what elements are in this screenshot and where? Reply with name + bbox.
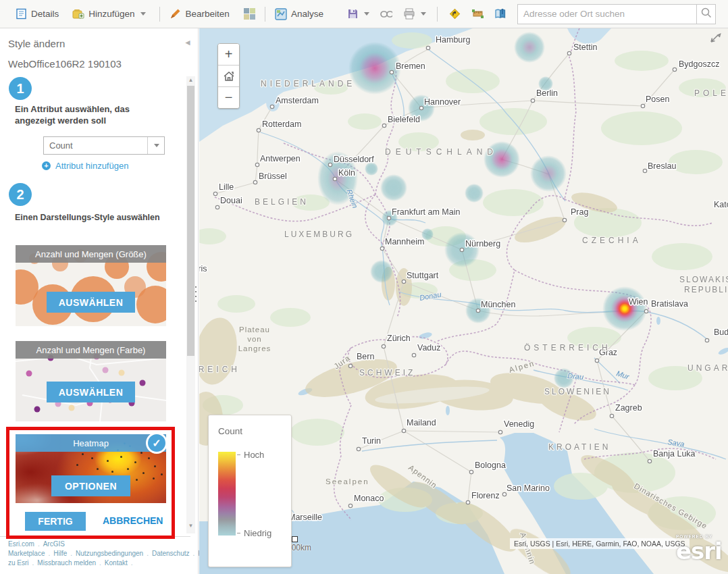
footer-link-separator: . xyxy=(32,559,34,567)
add-button[interactable]: Hinzufügen xyxy=(72,8,145,20)
edit-label: Bearbeiten xyxy=(186,9,230,19)
home-button[interactable] xyxy=(218,66,239,87)
zoom-in-button[interactable]: + xyxy=(218,44,239,66)
city-dot xyxy=(498,430,502,434)
city-dot xyxy=(426,46,430,49)
search-submit-button[interactable] xyxy=(696,5,715,24)
footer-link[interactable]: Datenschutz xyxy=(152,550,190,557)
footer-link[interactable]: Hilfe xyxy=(53,550,67,557)
add-attribute-label: Attribut hinzufügen xyxy=(55,161,128,171)
style-card-color[interactable]: Anzahl und Mengen (Farbe) AUSWÄHLEN xyxy=(16,341,166,421)
selected-check-icon: ✓ xyxy=(146,432,167,454)
city-dot xyxy=(567,51,571,55)
chevron-down-icon xyxy=(154,144,159,147)
city-dot xyxy=(502,492,506,496)
bookmarks-button[interactable] xyxy=(494,8,506,20)
style-card-heatmap[interactable]: Heatmap ✓ OPTIONEN xyxy=(16,434,166,503)
city-dot xyxy=(643,169,646,172)
map-city-label: Brüssel xyxy=(259,172,287,181)
footer-link-separator: . xyxy=(131,559,133,567)
details-button[interactable]: Details xyxy=(15,8,59,20)
map-container[interactable]: HamburgStettinBydgoszczBremenHannoverBer… xyxy=(199,28,728,574)
map-city-label: Hannover xyxy=(424,97,461,107)
size-select-button[interactable]: AUSWÄHLEN xyxy=(47,292,135,313)
map-city-label: Berlin xyxy=(536,88,558,98)
heat-blob xyxy=(370,260,393,283)
city-dot xyxy=(333,177,336,180)
scroll-up-icon[interactable]: ▲ xyxy=(186,76,195,84)
zoom-control: + − xyxy=(217,43,240,109)
done-button[interactable]: FERTIG xyxy=(25,512,86,531)
attribute-select[interactable]: Count xyxy=(43,136,165,155)
search-box xyxy=(517,4,716,24)
footer-link[interactable]: Missbrauch melden xyxy=(37,559,96,567)
map-city-label: Vaduz xyxy=(417,343,441,353)
map-city-label: Nürnberg xyxy=(465,239,500,249)
panel-scrollbar[interactable]: ▲ ▼ xyxy=(186,76,195,533)
map-country-label: LUXEMBURG xyxy=(284,230,354,239)
scrollbar-thumb[interactable] xyxy=(187,86,194,356)
details-icon xyxy=(15,8,27,20)
heatmap-point-dot xyxy=(76,464,78,466)
cancel-button[interactable]: ABBRECHEN xyxy=(103,515,163,526)
city-dot xyxy=(215,205,219,209)
esri-brand-label: esri xyxy=(676,540,722,563)
measure-button[interactable] xyxy=(471,8,484,20)
footer-link[interactable]: Esri.com xyxy=(8,540,34,548)
attribute-select-value: Count xyxy=(44,140,147,151)
city-dot xyxy=(387,216,390,219)
map-city-label: San Marino xyxy=(506,484,550,493)
map-city-label: Mailand xyxy=(407,418,436,427)
map-city-label: Antwerpen xyxy=(260,154,301,163)
style-card-size[interactable]: Anzahl und Mengen (Größe) AUSWÄHLEN xyxy=(16,245,166,326)
city-dot xyxy=(648,459,651,463)
edit-button[interactable]: Bearbeiten xyxy=(170,8,230,20)
select-arrow-zone[interactable] xyxy=(147,137,164,154)
heatmap-point-dot xyxy=(120,456,122,458)
analysis-button[interactable]: Analyse xyxy=(275,8,323,20)
footer-link[interactable]: Kontakt xyxy=(105,559,128,567)
size-card-title: Anzahl und Mengen (Größe) xyxy=(16,245,166,263)
plus-icon: + xyxy=(42,161,51,170)
heat-blob xyxy=(365,162,378,176)
city-dot xyxy=(610,414,613,417)
map-city-label: Bologna xyxy=(475,461,506,470)
footer-link-separator: . xyxy=(38,540,40,548)
basemap-grid-button[interactable] xyxy=(243,8,255,20)
top-toolbar: Details Hinzufügen Bearbeiten Analyse xyxy=(0,0,728,28)
city-dot xyxy=(460,248,463,251)
basemap-grid-icon xyxy=(243,8,255,20)
add-attribute-link[interactable]: + Attribut hinzufügen xyxy=(42,161,128,171)
heatmap-point-dot xyxy=(107,460,109,462)
city-dot xyxy=(328,163,332,166)
color-select-button[interactable]: AUSWÄHLEN xyxy=(47,382,135,402)
map-country-label: BELGIEN xyxy=(255,197,309,207)
zoom-out-button[interactable]: − xyxy=(218,87,239,108)
map-city-label: Katowice xyxy=(714,200,728,209)
map-city-label: Mannheim xyxy=(385,237,424,246)
map-city-label: Stuttgart xyxy=(407,271,439,280)
city-dot xyxy=(563,218,566,221)
heat-blob xyxy=(380,174,407,201)
heatmap-legend: Count Hoch Niedrig xyxy=(208,415,292,567)
scroll-down-icon[interactable]: ▼ xyxy=(186,522,195,530)
panel-collapse-icon[interactable]: ◄ xyxy=(184,38,192,47)
map-country-label: SCHWEIZ xyxy=(359,368,415,377)
save-caret-icon xyxy=(364,12,369,16)
heatmap-point-dot xyxy=(134,461,136,463)
city-dot xyxy=(476,309,479,312)
map-city-label: Hamburg xyxy=(436,35,470,45)
heatmap-options-button[interactable]: OPTIONEN xyxy=(51,475,130,496)
map-terrain-label: Langres xyxy=(238,344,271,353)
directions-button[interactable] xyxy=(448,8,461,20)
search-input[interactable] xyxy=(518,6,696,22)
footer-link[interactable]: Nutzungsbedingungen xyxy=(76,550,143,557)
extent-arrow-icon[interactable] xyxy=(706,32,721,47)
save-button[interactable] xyxy=(346,8,369,20)
map-city-label: Bremen xyxy=(396,61,425,71)
share-link-button[interactable] xyxy=(380,8,392,20)
map-city-label: Zürich xyxy=(387,334,411,343)
print-button[interactable] xyxy=(403,8,426,20)
heatmap-point-dot xyxy=(140,452,142,454)
panel-splitter[interactable] xyxy=(195,286,198,305)
